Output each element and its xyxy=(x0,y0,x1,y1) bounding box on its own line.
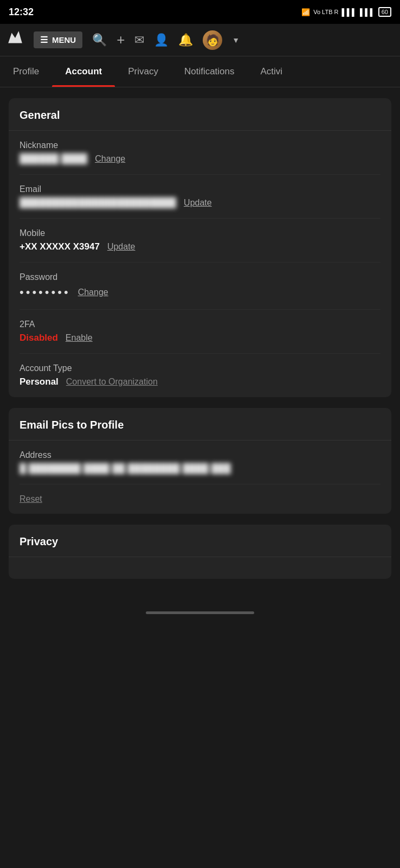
privacy-section-body xyxy=(9,557,391,579)
avatar[interactable]: 🧑 xyxy=(203,30,222,50)
nickname-value: ██████ ████ xyxy=(20,154,87,164)
signal-bars2-icon: ▌▌▌ xyxy=(360,8,375,16)
general-section-title: General xyxy=(20,109,60,121)
twofa-status: Disabled xyxy=(20,333,58,343)
email-pics-section-title: Email Pics to Profile xyxy=(20,419,124,431)
email-update-link[interactable]: Update xyxy=(184,198,212,208)
nickname-change-link[interactable]: Change xyxy=(95,154,125,164)
menu-lines-icon: ☰ xyxy=(40,35,48,45)
privacy-section-header: Privacy xyxy=(9,525,391,557)
navbar: ☰ MENU 🔍 + ✉ 👤 🔔 🧑 ▼ xyxy=(0,24,400,56)
menu-button[interactable]: ☰ MENU xyxy=(34,31,82,48)
twofa-value-row: Disabled Enable xyxy=(20,333,380,343)
address-label: Address xyxy=(20,450,380,460)
home-indicator xyxy=(146,611,254,614)
mobile-value-row: +XX XXXXX X3947 Update xyxy=(20,241,380,252)
tab-activity[interactable]: Activi xyxy=(248,56,296,87)
menu-label: MENU xyxy=(52,35,76,44)
email-pics-section-header: Email Pics to Profile xyxy=(9,408,391,441)
user-icon[interactable]: 👤 xyxy=(154,33,169,47)
mobile-value: +XX XXXXX X3947 xyxy=(20,241,100,252)
email-field: Email ████████████████████████ Update xyxy=(20,175,380,219)
account-type-field: Account Type Personal Convert to Organiz… xyxy=(20,354,380,397)
account-type-value: Personal xyxy=(20,376,59,387)
mobile-field: Mobile +XX XXXXX X3947 Update xyxy=(20,219,380,263)
password-value-row: •••••••• Change xyxy=(20,285,380,299)
twofa-label: 2FA xyxy=(20,320,380,329)
twofa-field: 2FA Disabled Enable xyxy=(20,310,380,354)
search-icon[interactable]: 🔍 xyxy=(92,33,107,47)
twofa-enable-link[interactable]: Enable xyxy=(66,333,93,343)
signal-text: Vo LTB R xyxy=(313,9,338,15)
tab-privacy[interactable]: Privacy xyxy=(115,56,171,87)
plus-icon[interactable]: + xyxy=(117,31,125,48)
general-section-body: Nickname ██████ ████ Change Email ██████… xyxy=(9,131,391,397)
email-pics-section-body: Address █ ████████ ████ ██ ████████ ████… xyxy=(9,441,391,514)
mobile-label: Mobile xyxy=(20,228,380,238)
tabs-container: Profile Account Privacy Notifications Ac… xyxy=(0,56,400,87)
account-type-label: Account Type xyxy=(20,363,380,373)
password-dots: •••••••• xyxy=(20,285,70,299)
account-type-value-row: Personal Convert to Organization xyxy=(20,376,380,387)
mail-icon[interactable]: ✉ xyxy=(134,33,144,47)
content-area: General Nickname ██████ ████ Change Emai… xyxy=(0,87,400,601)
mobile-update-link[interactable]: Update xyxy=(107,242,136,252)
tab-account[interactable]: Account xyxy=(52,56,115,87)
address-field: Address █ ████████ ████ ██ ████████ ████… xyxy=(20,441,380,484)
email-pics-section: Email Pics to Profile Address █ ████████… xyxy=(9,408,391,514)
password-change-link[interactable]: Change xyxy=(78,288,108,297)
app-logo[interactable] xyxy=(7,29,24,50)
email-label: Email xyxy=(20,184,380,194)
wifi-icon: 📶 xyxy=(301,8,310,16)
convert-to-org-link[interactable]: Convert to Organization xyxy=(66,377,158,387)
reset-link[interactable]: Reset xyxy=(20,494,42,503)
password-label: Password xyxy=(20,272,380,282)
email-value: ████████████████████████ xyxy=(20,197,176,208)
tab-notifications[interactable]: Notifications xyxy=(171,56,248,87)
nickname-value-row: ██████ ████ Change xyxy=(20,154,380,164)
address-value-row: █ ████████ ████ ██ ████████ ████ ███ xyxy=(20,463,380,474)
nickname-field: Nickname ██████ ████ Change xyxy=(20,131,380,175)
signal-bars-icon: ▌▌▌ xyxy=(341,8,357,16)
status-bar: 12:32 📶 Vo LTB R ▌▌▌ ▌▌▌ 60 xyxy=(0,0,400,24)
email-value-row: ████████████████████████ Update xyxy=(20,197,380,208)
address-value: █ ████████ ████ ██ ████████ ████ ███ xyxy=(20,463,231,474)
privacy-section-title: Privacy xyxy=(20,535,58,547)
status-icons: 📶 Vo LTB R ▌▌▌ ▌▌▌ 60 xyxy=(301,7,391,17)
status-time: 12:32 xyxy=(9,7,34,18)
privacy-section: Privacy xyxy=(9,525,391,579)
bell-icon[interactable]: 🔔 xyxy=(178,33,193,47)
password-field: Password •••••••• Change xyxy=(20,263,380,310)
avatar-dropdown-icon[interactable]: ▼ xyxy=(232,36,240,44)
reset-row: Reset xyxy=(20,484,380,514)
tab-profile[interactable]: Profile xyxy=(0,56,52,87)
battery-icon: 60 xyxy=(378,7,391,17)
general-section: General Nickname ██████ ████ Change Emai… xyxy=(9,98,391,397)
nickname-label: Nickname xyxy=(20,141,380,150)
general-section-header: General xyxy=(9,98,391,131)
